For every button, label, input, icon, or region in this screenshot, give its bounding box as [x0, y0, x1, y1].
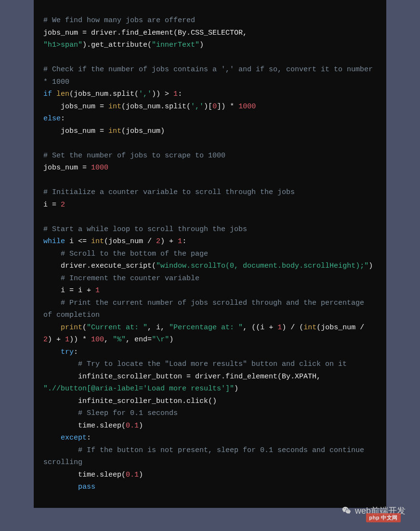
code-line: # Start a while loop to scroll through t…: [43, 223, 377, 236]
code-line: if len(jobs_num.split(',')) > 1:: [43, 88, 377, 101]
code-line: [43, 137, 377, 150]
code-line: driver.execute_script("window.scrollTo(0…: [43, 260, 377, 272]
code-line: # Try to locate the "Load more results" …: [43, 358, 377, 371]
code-line: # Set the number of jobs to scrape to 10…: [43, 150, 377, 162]
code-line: infinite_scroller_button.click(): [43, 395, 377, 408]
code-line: # Sleep for 0.1 seconds: [43, 407, 377, 420]
code-line: # Increment the counter variable: [43, 272, 377, 285]
code-line: "h1>span").get_attribute("innerText"): [43, 39, 377, 52]
code-line: print("Current at: ", i, "Percentage at:…: [43, 322, 377, 346]
code-line: # Initialize a counter variable to scrol…: [43, 186, 377, 199]
code-line: # If the button is not present, sleep fo…: [43, 444, 377, 469]
code-line: try:: [43, 346, 377, 359]
code-line: while i <= int(jobs_num / 2) + 1:: [43, 235, 377, 248]
code-line: i = 2: [43, 199, 377, 211]
code-line: time.sleep(0.1): [43, 469, 377, 481]
code-line: else:: [43, 113, 377, 125]
code-line: jobs_num = int(jobs_num.split(',')[0]) *…: [43, 101, 377, 113]
code-line: # Check if the number of jobs contains a…: [43, 64, 377, 88]
code-line: jobs_num = 1000: [43, 162, 377, 174]
code-line: infinite_scroller_button = driver.find_e…: [43, 371, 377, 395]
watermark-text: php 中文网: [369, 515, 398, 520]
code-line: # We find how many jobs are offered: [43, 14, 377, 27]
code-line: [43, 52, 377, 64]
code-line: i = i + 1: [43, 285, 377, 297]
code-line: pass: [43, 481, 377, 493]
wechat-icon: [341, 505, 352, 516]
code-line: [43, 211, 377, 223]
code-line: jobs_num = driver.find_element(By.CSS_SE…: [43, 27, 377, 39]
watermark-badge: php 中文网: [366, 513, 401, 522]
code-line: # Print the current number of jobs scrol…: [43, 297, 377, 322]
code-line: except:: [43, 432, 377, 444]
code-line: jobs_num = int(jobs_num): [43, 125, 377, 138]
code-block[interactable]: # We find how many jobs are offeredjobs_…: [34, 0, 386, 508]
code-line: [43, 174, 377, 187]
code-line: time.sleep(0.1): [43, 420, 377, 432]
code-line: # Scroll to the bottom of the page: [43, 248, 377, 260]
